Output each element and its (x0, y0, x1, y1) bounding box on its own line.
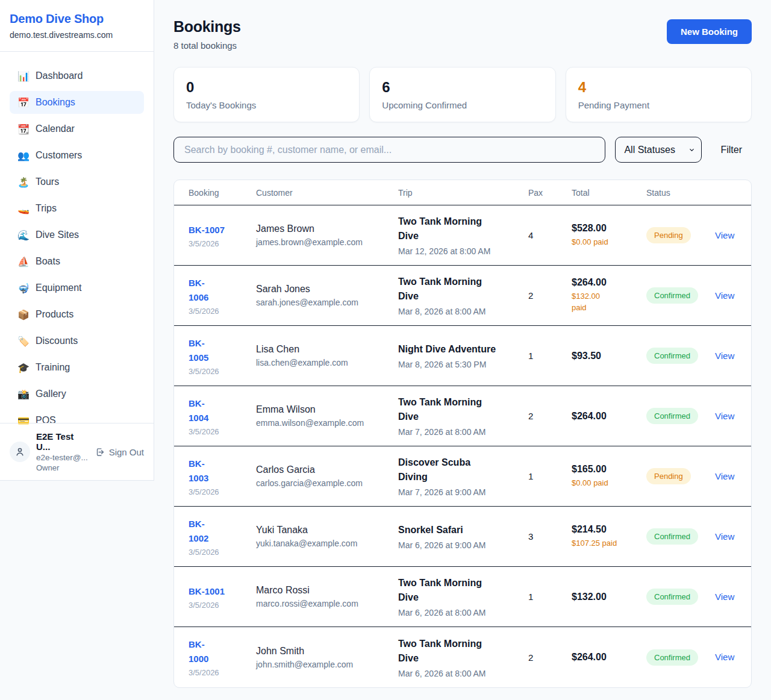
sidebar-item-bookings[interactable]: 📅 Bookings (10, 91, 144, 114)
view-link[interactable]: View (715, 471, 734, 481)
customer-email: carlos.garcia@example.com (256, 478, 398, 488)
sign-out-button[interactable]: Sign Out (95, 447, 144, 457)
customer-cell: Carlos Garcia carlos.garcia@example.com (256, 464, 398, 488)
search-input[interactable] (173, 137, 605, 163)
trip-datetime: Mar 6, 2026 at 8:00 AM (398, 608, 528, 617)
total-amount: $528.00 (572, 223, 646, 234)
column-header-trip: Trip (398, 188, 528, 198)
trip-cell: Discover Scuba Diving Mar 7, 2026 at 9:0… (398, 455, 528, 497)
bar-chart-icon: 📊 (17, 70, 30, 82)
user-role: Owner (36, 463, 89, 472)
view-link[interactable]: View (715, 290, 734, 301)
booking-number-link[interactable]: BK- 1003 (189, 457, 208, 486)
booking-date: 3/5/2026 (189, 668, 256, 677)
trip-cell: Snorkel Safari Mar 6, 2026 at 9:00 AM (398, 523, 528, 550)
filter-button[interactable]: Filter (720, 145, 742, 155)
booking-number-link[interactable]: BK- 1004 (189, 396, 208, 425)
island-icon: 🏝️ (17, 177, 30, 188)
paid-amount: $132.00 paid (572, 291, 646, 314)
main-content: Bookings 8 total bookings New Booking 0 … (154, 0, 771, 700)
sidebar-item-discounts[interactable]: 🏷️ Discounts (10, 330, 144, 352)
booking-date: 3/5/2026 (189, 427, 256, 436)
customer-cell: Emma Wilson emma.wilson@example.com (256, 404, 398, 428)
total-cell: $264.00 $132.00 paid (572, 277, 646, 314)
view-cell: View (715, 652, 737, 663)
customer-name: Marco Rossi (256, 585, 398, 596)
sidebar: Demo Dive Shop demo.test.divestreams.com… (0, 0, 154, 481)
sidebar-item-label: Boats (36, 256, 60, 267)
trip-name: Discover Scuba Diving (398, 455, 528, 484)
sidebar-item-label: Trips (36, 203, 57, 214)
booking-date: 3/5/2026 (189, 239, 256, 248)
view-link[interactable]: View (715, 531, 734, 542)
sidebar-item-tours[interactable]: 🏝️ Tours (10, 170, 144, 193)
customer-cell: Sarah Jones sarah.jones@example.com (256, 284, 398, 307)
trip-cell: Two Tank Morning Dive Mar 8, 2026 at 8:0… (398, 275, 528, 316)
total-amount: $93.50 (572, 351, 646, 361)
booking-date: 3/5/2026 (189, 601, 256, 610)
sidebar-item-label: Dive Sites (36, 230, 79, 240)
view-cell: View (715, 592, 737, 602)
status-select[interactable]: All Statuses (615, 137, 702, 163)
sidebar-item-dashboard[interactable]: 📊 Dashboard (10, 64, 144, 87)
sidebar-item-gallery[interactable]: 📸 Gallery (10, 383, 144, 405)
booking-number-link[interactable]: BK- 1000 (189, 637, 208, 666)
sidebar-item-label: Calendar (36, 123, 75, 134)
view-link[interactable]: View (715, 592, 734, 602)
view-link[interactable]: View (715, 230, 734, 240)
booking-number-link[interactable]: BK-1007 (189, 223, 225, 237)
brand-title[interactable]: Demo Dive Shop (10, 12, 144, 26)
view-link[interactable]: View (715, 411, 734, 421)
status-badge: Confirmed (646, 649, 698, 666)
sidebar-item-calendar[interactable]: 📆 Calendar (10, 117, 144, 140)
table-body: BK-1007 3/5/2026 James Brown james.brown… (174, 205, 751, 687)
booking-number-link[interactable]: BK- 1005 (189, 336, 208, 365)
booking-number-link[interactable]: BK- 1006 (189, 276, 208, 305)
stat-card: 6 Upcoming Confirmed (369, 67, 555, 122)
stats-row: 0 Today's Bookings 6 Upcoming Confirmed … (173, 67, 752, 122)
view-cell: View (715, 351, 737, 361)
sidebar-item-label: Equipment (36, 283, 82, 293)
sidebar-item-customers[interactable]: 👥 Customers (10, 144, 144, 167)
status-badge: Confirmed (646, 348, 698, 364)
booking-number-link[interactable]: BK-1001 (189, 584, 225, 599)
people-icon: 👥 (17, 150, 30, 161)
pax-count: 4 (528, 230, 572, 240)
table-row: BK- 1004 3/5/2026 Emma Wilson emma.wilso… (174, 386, 751, 446)
customer-cell: Yuki Tanaka yuki.tanaka@example.com (256, 525, 398, 548)
trip-name: Snorkel Safari (398, 523, 528, 537)
sidebar-item-dive-sites[interactable]: 🌊 Dive Sites (10, 223, 144, 246)
view-link[interactable]: View (715, 351, 734, 361)
trip-datetime: Mar 6, 2026 at 9:00 AM (398, 540, 528, 550)
sidebar-item-boats[interactable]: ⛵ Boats (10, 250, 144, 273)
brand-block: Demo Dive Shop demo.test.divestreams.com (0, 0, 154, 52)
person-icon (14, 446, 25, 457)
status-cell: Pending (646, 227, 715, 243)
table-row: BK-1001 3/5/2026 Marco Rossi marco.rossi… (174, 567, 751, 627)
stat-label: Pending Payment (578, 100, 739, 110)
total-cell: $93.50 (572, 351, 646, 361)
sidebar-item-training[interactable]: 🎓 Training (10, 356, 144, 379)
sidebar-item-trips[interactable]: 🚤 Trips (10, 197, 144, 220)
wave-icon: 🌊 (17, 230, 30, 241)
view-cell: View (715, 290, 737, 301)
page-subtitle: 8 total bookings (173, 40, 241, 51)
stat-value: 6 (382, 79, 543, 96)
sailboat-icon: ⛵ (17, 256, 30, 267)
customer-cell: Marco Rossi marco.rossi@example.com (256, 585, 398, 608)
customer-name: Emma Wilson (256, 404, 398, 415)
customer-email: sarah.jones@example.com (256, 298, 398, 307)
booking-number-link[interactable]: BK- 1002 (189, 517, 208, 546)
customer-name: Carlos Garcia (256, 464, 398, 475)
status-select-wrap: All Statuses (615, 137, 702, 163)
sidebar-item-products[interactable]: 📦 Products (10, 303, 144, 326)
status-cell: Confirmed (646, 348, 715, 364)
new-booking-button[interactable]: New Booking (667, 19, 752, 44)
status-cell: Confirmed (646, 287, 715, 304)
user-section: E2E Test U... e2e-tester@... Owner Sign … (0, 423, 154, 480)
view-link[interactable]: View (715, 652, 734, 662)
sidebar-item-equipment[interactable]: 🤿 Equipment (10, 277, 144, 299)
trip-datetime: Mar 6, 2026 at 8:00 AM (398, 669, 528, 678)
status-cell: Pending (646, 468, 715, 484)
pax-count: 1 (528, 351, 572, 361)
